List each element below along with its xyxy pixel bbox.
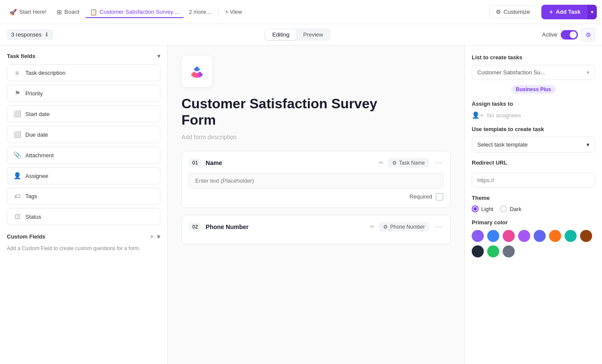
color-dot-teal[interactable] <box>565 230 577 242</box>
field-tags[interactable]: 🏷 Tags <box>7 188 160 205</box>
task-fields-header: Task fields ▾ <box>7 52 160 59</box>
field-attachment[interactable]: 📎 Attachment <box>7 147 160 164</box>
custom-fields-hint: Add a Custom Field to create custom ques… <box>7 245 160 252</box>
color-dot-pink[interactable] <box>503 230 515 242</box>
tab-survey[interactable]: 📋 Customer Satisfaction Survey ... <box>86 6 184 18</box>
field-type-badge-taskname: ⚙ Task Name <box>388 158 429 168</box>
template-select-dropdown[interactable]: Select task template ▾ <box>472 137 595 153</box>
color-dot-brown[interactable] <box>580 230 592 242</box>
field-name-placeholder-input[interactable] <box>189 173 443 189</box>
template-section-title: Use template to create task <box>472 126 595 132</box>
assignee-icon: 👤 <box>13 172 21 180</box>
download-icon[interactable]: ⬇ <box>44 31 49 38</box>
field-assignee-label: Assignee <box>25 173 48 179</box>
gear-icon: ⚙ <box>496 9 501 15</box>
form-title: Customer Satisfaction Survey Form <box>181 95 451 128</box>
theme-dark-option[interactable]: Dark <box>500 205 521 212</box>
field-status-label: Status <box>25 214 41 220</box>
primary-color-title: Primary color <box>472 219 595 226</box>
custom-fields-collapse-button[interactable]: ▾ <box>157 232 160 241</box>
color-dot-indigo[interactable] <box>534 230 546 242</box>
custom-fields-actions: ＋ ▾ <box>148 232 160 241</box>
theme-light-radio <box>472 205 479 212</box>
field-start-date-label: Start date <box>25 111 49 117</box>
tab-start-here[interactable]: 🚀 Start Here! <box>5 6 51 18</box>
field-priority[interactable]: ⚑ Priority <box>7 85 160 102</box>
add-task-button[interactable]: ＋ Add Task <box>541 5 587 19</box>
redirect-url-input[interactable] <box>472 173 595 188</box>
editing-preview-toggle: Editing Preview <box>264 28 331 41</box>
priority-icon: ⚑ <box>13 89 21 97</box>
right-panel: List to create tasks Customer Satisfacti… <box>464 46 602 364</box>
task-fields-title: Task fields <box>7 53 35 59</box>
field-assignee[interactable]: 👤 Assignee <box>7 167 160 184</box>
custom-fields-title: Custom Fields <box>7 233 46 240</box>
list-select-dropdown[interactable]: Customer Satisfaction Su... ▾ <box>472 65 595 80</box>
field-card-phone-header: 02 Phone Number ✏ ⚙ Phone Number ··· <box>189 222 443 232</box>
field-phone-more-menu-button[interactable]: ··· <box>433 222 443 231</box>
template-select-value: Select task template <box>477 141 528 148</box>
custom-fields-add-button[interactable]: ＋ <box>148 232 155 241</box>
responses-count: 3 responses <box>11 31 42 38</box>
attachment-icon: 📎 <box>13 151 21 159</box>
color-dot-green[interactable] <box>487 245 499 257</box>
required-checkbox-name[interactable] <box>436 193 443 201</box>
more-tabs[interactable]: 2 more... <box>185 6 214 18</box>
color-dot-purple[interactable] <box>472 230 484 242</box>
active-toggle[interactable] <box>561 30 578 40</box>
list-select-caret-icon: ▾ <box>587 69 590 76</box>
tab-start-here-label: Start Here! <box>19 9 46 15</box>
active-settings-button[interactable]: ⚙ <box>581 28 595 42</box>
color-dot-dark[interactable] <box>472 245 484 257</box>
template-select-caret-icon: ▾ <box>587 141 590 148</box>
field-more-menu-button[interactable]: ··· <box>433 158 443 167</box>
tags-icon: 🏷 <box>13 193 21 200</box>
form-title-line1: Customer Satisfaction Survey <box>181 96 377 111</box>
theme-dark-label: Dark <box>510 206 521 212</box>
tab-survey-label: Customer Satisfaction Survey ... <box>100 9 180 15</box>
color-dot-blue[interactable] <box>487 230 499 242</box>
field-task-description[interactable]: ≡ Task description <box>7 64 160 81</box>
field-due-date[interactable]: ⬜ Due date <box>7 126 160 143</box>
top-nav: 🚀 Start Here! ⊞ Board 📋 Customer Satisfa… <box>0 0 602 24</box>
list-section-title: List to create tasks <box>472 54 595 61</box>
redirect-section-title: Redirect URL <box>472 159 595 166</box>
preview-button[interactable]: Preview <box>296 29 330 40</box>
add-task-caret-button[interactable]: ▾ <box>587 5 597 19</box>
due-date-icon: ⬜ <box>13 131 21 138</box>
add-task-group: ＋ Add Task ▾ <box>541 5 597 19</box>
tab-board[interactable]: ⊞ Board <box>52 6 84 18</box>
task-description-icon: ≡ <box>13 69 21 76</box>
color-dot-pen[interactable] <box>503 245 515 257</box>
theme-options: Light Dark <box>472 205 595 212</box>
theme-section: Theme Light Dark <box>472 195 595 212</box>
field-start-date[interactable]: ⬜ Start date <box>7 105 160 122</box>
form-description-placeholder[interactable]: Add form description <box>181 134 451 141</box>
add-task-label: Add Task <box>556 9 580 15</box>
field-status[interactable]: ⊡ Status <box>7 208 160 225</box>
customize-label: Customize <box>504 9 530 15</box>
add-view-button[interactable]: + View <box>222 6 246 18</box>
status-icon: ⊡ <box>13 213 21 220</box>
theme-light-option[interactable]: Light <box>472 205 493 212</box>
form-title-line2: Form <box>181 112 216 128</box>
field-name-edit-icon[interactable]: ✏ <box>379 159 384 166</box>
field-phone-edit-icon[interactable]: ✏ <box>370 223 375 230</box>
clickup-logo-icon <box>188 63 206 80</box>
redirect-section: Redirect URL <box>472 159 595 188</box>
editing-button[interactable]: Editing <box>265 29 296 40</box>
customize-button[interactable]: ⚙ Customize <box>489 5 536 18</box>
color-dot-violet[interactable] <box>518 230 530 242</box>
field-name-label: Name <box>206 159 375 166</box>
active-label: Active <box>542 31 557 38</box>
color-dot-orange[interactable] <box>549 230 561 242</box>
task-fields-collapse[interactable]: ▾ <box>157 52 160 59</box>
board-icon: ⊞ <box>57 9 62 15</box>
business-plus-badge: Business Plus <box>511 85 555 94</box>
assign-row[interactable]: 👤+ No assignees <box>472 111 595 119</box>
responses-badge[interactable]: 3 responses ⬇ <box>7 29 53 40</box>
color-grid <box>472 230 595 257</box>
task-name-badge-label: Task Name <box>399 160 425 166</box>
start-date-icon: ⬜ <box>13 110 21 118</box>
tab-board-label: Board <box>64 9 80 15</box>
